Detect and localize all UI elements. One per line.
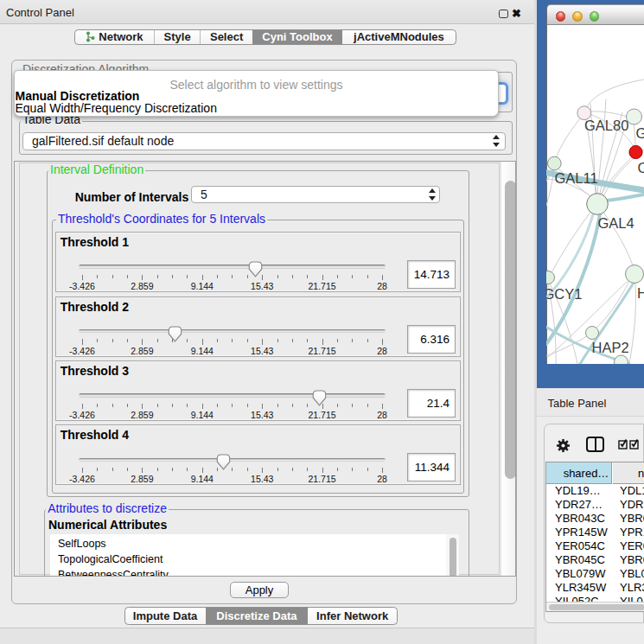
svg-text:HAP2: HAP2	[592, 340, 629, 355]
svg-text:GA: GA	[636, 125, 644, 141]
svg-text:GCY1: GCY1	[546, 286, 582, 302]
svg-text:GAL11: GAL11	[555, 170, 598, 186]
svg-text:GAL4: GAL4	[598, 215, 634, 231]
svg-text:H: H	[637, 285, 644, 301]
svg-text:GAL80: GAL80	[584, 118, 628, 133]
svg-text:C: C	[638, 160, 644, 175]
